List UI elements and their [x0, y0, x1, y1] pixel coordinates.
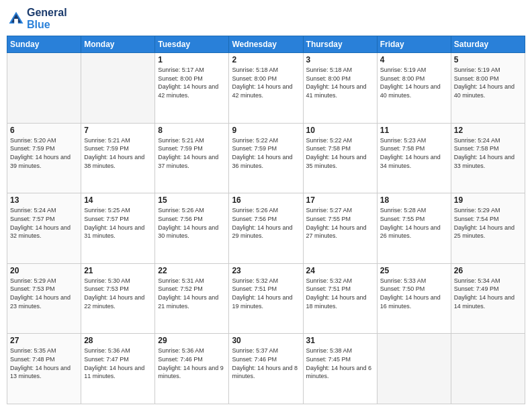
calendar-cell: 27Sunrise: 5:35 AMSunset: 7:48 PMDayligh… — [7, 334, 81, 404]
day-info: Sunrise: 5:21 AMSunset: 7:59 PMDaylight:… — [84, 136, 152, 170]
weekday-header: Sunday — [7, 36, 81, 53]
calendar-cell: 15Sunrise: 5:26 AMSunset: 7:56 PMDayligh… — [155, 193, 229, 264]
day-info: Sunrise: 5:18 AMSunset: 8:00 PMDaylight:… — [306, 66, 374, 99]
calendar-cell: 22Sunrise: 5:31 AMSunset: 7:52 PMDayligh… — [155, 263, 229, 334]
day-number: 30 — [232, 336, 300, 345]
day-number: 19 — [454, 195, 522, 205]
calendar-cell: 18Sunrise: 5:28 AMSunset: 7:55 PMDayligh… — [377, 193, 451, 264]
calendar-cell: 16Sunrise: 5:26 AMSunset: 7:56 PMDayligh… — [229, 193, 303, 264]
calendar-table: SundayMondayTuesdayWednesdayThursdayFrid… — [7, 36, 525, 404]
day-info: Sunrise: 5:23 AMSunset: 7:58 PMDaylight:… — [380, 136, 448, 170]
calendar-cell — [451, 334, 525, 404]
day-info: Sunrise: 5:37 AMSunset: 7:46 PMDaylight:… — [232, 347, 300, 380]
day-info: Sunrise: 5:22 AMSunset: 7:58 PMDaylight:… — [306, 136, 374, 170]
day-info: Sunrise: 5:24 AMSunset: 7:57 PMDaylight:… — [10, 206, 78, 240]
day-info: Sunrise: 5:19 AMSunset: 8:00 PMDaylight:… — [380, 66, 448, 99]
day-number: 4 — [380, 55, 448, 64]
day-number: 5 — [454, 55, 522, 64]
calendar-week-row: 1Sunrise: 5:17 AMSunset: 8:00 PMDaylight… — [7, 53, 525, 124]
day-info: Sunrise: 5:29 AMSunset: 7:54 PMDaylight:… — [454, 206, 522, 240]
day-number: 10 — [306, 126, 374, 135]
calendar-cell: 11Sunrise: 5:23 AMSunset: 7:58 PMDayligh… — [377, 123, 451, 193]
calendar-cell: 5Sunrise: 5:19 AMSunset: 8:00 PMDaylight… — [451, 53, 525, 124]
day-number: 18 — [380, 195, 448, 205]
day-number: 17 — [306, 195, 374, 205]
calendar-cell: 7Sunrise: 5:21 AMSunset: 7:59 PMDaylight… — [81, 123, 155, 193]
day-info: Sunrise: 5:33 AMSunset: 7:50 PMDaylight:… — [380, 277, 448, 310]
day-number: 1 — [158, 55, 226, 64]
day-number: 2 — [232, 55, 300, 64]
day-info: Sunrise: 5:26 AMSunset: 7:56 PMDaylight:… — [232, 206, 300, 240]
calendar-cell: 26Sunrise: 5:34 AMSunset: 7:49 PMDayligh… — [451, 263, 525, 334]
day-number: 14 — [84, 195, 152, 205]
day-info: Sunrise: 5:28 AMSunset: 7:55 PMDaylight:… — [380, 206, 448, 240]
day-number: 23 — [232, 266, 300, 275]
calendar-cell: 9Sunrise: 5:22 AMSunset: 7:59 PMDaylight… — [229, 123, 303, 193]
day-info: Sunrise: 5:19 AMSunset: 8:00 PMDaylight:… — [454, 66, 522, 99]
calendar-cell: 8Sunrise: 5:21 AMSunset: 7:59 PMDaylight… — [155, 123, 229, 193]
day-number: 29 — [158, 336, 226, 345]
calendar-cell: 3Sunrise: 5:18 AMSunset: 8:00 PMDaylight… — [303, 53, 377, 124]
calendar-week-row: 20Sunrise: 5:29 AMSunset: 7:53 PMDayligh… — [7, 263, 525, 334]
day-info: Sunrise: 5:31 AMSunset: 7:52 PMDaylight:… — [158, 277, 226, 310]
day-info: Sunrise: 5:18 AMSunset: 8:00 PMDaylight:… — [232, 66, 300, 99]
day-number: 3 — [306, 55, 374, 64]
day-info: Sunrise: 5:22 AMSunset: 7:59 PMDaylight:… — [232, 136, 300, 170]
day-info: Sunrise: 5:17 AMSunset: 8:00 PMDaylight:… — [158, 66, 226, 99]
day-number: 25 — [380, 266, 448, 275]
day-info: Sunrise: 5:36 AMSunset: 7:46 PMDaylight:… — [158, 347, 226, 380]
day-info: Sunrise: 5:26 AMSunset: 7:56 PMDaylight:… — [158, 206, 226, 240]
day-number: 16 — [232, 195, 300, 205]
calendar-cell — [7, 53, 81, 124]
calendar-cell: 10Sunrise: 5:22 AMSunset: 7:58 PMDayligh… — [303, 123, 377, 193]
day-number: 6 — [10, 126, 78, 135]
day-number: 13 — [10, 195, 78, 205]
weekday-header: Tuesday — [155, 36, 229, 53]
day-number: 11 — [380, 126, 448, 135]
calendar-cell: 2Sunrise: 5:18 AMSunset: 8:00 PMDaylight… — [229, 53, 303, 124]
calendar-cell: 30Sunrise: 5:37 AMSunset: 7:46 PMDayligh… — [229, 334, 303, 404]
day-number: 22 — [158, 266, 226, 275]
calendar-cell: 23Sunrise: 5:32 AMSunset: 7:51 PMDayligh… — [229, 263, 303, 334]
calendar-cell: 13Sunrise: 5:24 AMSunset: 7:57 PMDayligh… — [7, 193, 81, 264]
calendar-cell: 17Sunrise: 5:27 AMSunset: 7:55 PMDayligh… — [303, 193, 377, 264]
calendar-week-row: 27Sunrise: 5:35 AMSunset: 7:48 PMDayligh… — [7, 334, 525, 404]
day-number: 9 — [232, 126, 300, 135]
weekday-header: Friday — [377, 36, 451, 53]
calendar-cell: 29Sunrise: 5:36 AMSunset: 7:46 PMDayligh… — [155, 334, 229, 404]
day-info: Sunrise: 5:34 AMSunset: 7:49 PMDaylight:… — [454, 277, 522, 310]
calendar-cell: 24Sunrise: 5:32 AMSunset: 7:51 PMDayligh… — [303, 263, 377, 334]
day-info: Sunrise: 5:32 AMSunset: 7:51 PMDaylight:… — [306, 277, 374, 310]
day-number: 7 — [84, 126, 152, 135]
calendar-cell: 1Sunrise: 5:17 AMSunset: 8:00 PMDaylight… — [155, 53, 229, 124]
header: General Blue — [7, 7, 525, 30]
day-info: Sunrise: 5:30 AMSunset: 7:53 PMDaylight:… — [84, 277, 152, 310]
day-number: 21 — [84, 266, 152, 275]
day-number: 31 — [306, 336, 374, 345]
calendar-week-row: 6Sunrise: 5:20 AMSunset: 7:59 PMDaylight… — [7, 123, 525, 193]
day-number: 20 — [10, 266, 78, 275]
day-info: Sunrise: 5:27 AMSunset: 7:55 PMDaylight:… — [306, 206, 374, 240]
calendar-cell: 21Sunrise: 5:30 AMSunset: 7:53 PMDayligh… — [81, 263, 155, 334]
day-info: Sunrise: 5:32 AMSunset: 7:51 PMDaylight:… — [232, 277, 300, 310]
day-number: 8 — [158, 126, 226, 135]
day-number: 24 — [306, 266, 374, 275]
day-number: 26 — [454, 266, 522, 275]
day-number: 12 — [454, 126, 522, 135]
logo: General Blue — [7, 7, 67, 30]
calendar-cell: 14Sunrise: 5:25 AMSunset: 7:57 PMDayligh… — [81, 193, 155, 264]
day-info: Sunrise: 5:20 AMSunset: 7:59 PMDaylight:… — [10, 136, 78, 170]
day-number: 15 — [158, 195, 226, 205]
calendar-cell: 20Sunrise: 5:29 AMSunset: 7:53 PMDayligh… — [7, 263, 81, 334]
weekday-header: Saturday — [451, 36, 525, 53]
svg-rect-2 — [14, 19, 18, 24]
calendar-cell: 28Sunrise: 5:36 AMSunset: 7:47 PMDayligh… — [81, 334, 155, 404]
day-number: 28 — [84, 336, 152, 345]
day-info: Sunrise: 5:25 AMSunset: 7:57 PMDaylight:… — [84, 206, 152, 240]
weekday-header: Wednesday — [229, 36, 303, 53]
day-number: 27 — [10, 336, 78, 345]
calendar-week-row: 13Sunrise: 5:24 AMSunset: 7:57 PMDayligh… — [7, 193, 525, 264]
day-info: Sunrise: 5:29 AMSunset: 7:53 PMDaylight:… — [10, 277, 78, 310]
day-info: Sunrise: 5:21 AMSunset: 7:59 PMDaylight:… — [158, 136, 226, 170]
logo-icon — [7, 9, 26, 28]
